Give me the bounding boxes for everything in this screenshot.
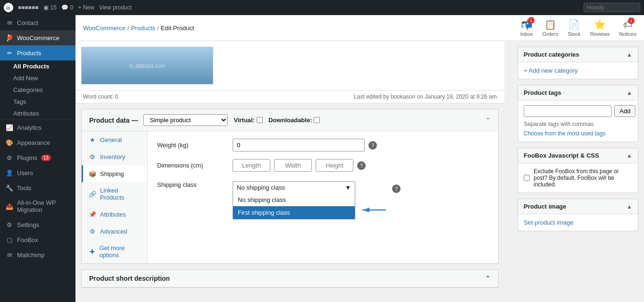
tags-collapse-icon[interactable]: ▲ <box>627 90 632 96</box>
set-product-image-link[interactable]: Set product image <box>524 219 574 226</box>
main-layout: ✉ Contact 🏓 WooCommerce ✏ Products All P… <box>0 15 644 302</box>
tab-general[interactable]: ★ General <box>82 131 147 148</box>
product-image-preview: m.alibaba.com <box>81 47 213 84</box>
inbox-badge: 1 <box>528 17 535 24</box>
product-tags-header: Product tags ▲ <box>518 85 638 101</box>
sidebar-item-settings[interactable]: ⚙ Settings <box>0 217 75 232</box>
sidebar-item-tools[interactable]: 🔧 Tools <box>0 180 75 195</box>
shipping-class-select[interactable]: No shipping class ▼ <box>233 181 355 193</box>
categories-collapse-icon[interactable]: ▲ <box>627 51 632 58</box>
virtual-checkbox[interactable] <box>257 117 263 123</box>
weight-input[interactable] <box>233 139 365 151</box>
sidebar-item-contact[interactable]: ✉ Contact <box>0 15 75 30</box>
weight-help-icon[interactable]: ? <box>368 141 377 150</box>
top-bar-search[interactable] <box>584 3 640 12</box>
sidebar-item-foobox[interactable]: ▢ FooBox <box>0 232 75 247</box>
product-categories-body: + Add new category <box>518 62 638 79</box>
tab-linked-products[interactable]: 🔗 Linked Products <box>82 182 147 206</box>
sidebar-item-products[interactable]: ✏ Products <box>0 45 75 60</box>
right-col: Product categories ▲ + Add new category … <box>512 41 644 302</box>
collapse-product-data[interactable]: ⌃ <box>485 117 491 124</box>
woo-icon-stock[interactable]: 📄 Stock <box>568 19 581 37</box>
contact-icon: ✉ <box>6 19 13 26</box>
woo-icon-inbox[interactable]: 📬 1 Inbox <box>520 19 533 37</box>
woo-icon-reviews[interactable]: ⭐ Reviews <box>590 19 610 37</box>
width-input[interactable] <box>274 159 312 172</box>
product-image-collapse-icon[interactable]: ▲ <box>627 203 632 210</box>
shipping-class-chevron: ▼ <box>345 184 351 191</box>
woo-icon-orders[interactable]: 📋 Orders <box>543 19 559 37</box>
sidebar-item-migration[interactable]: 📤 All-in-One WP Migration <box>0 195 75 217</box>
appearance-icon: 🎨 <box>6 139 13 146</box>
sidebar-item-attributes[interactable]: Attributes <box>13 108 75 119</box>
foobox-checkbox[interactable] <box>524 168 530 188</box>
woo-icon-notices[interactable]: 🏷 1 Notices <box>619 19 636 37</box>
product-image-body: Set product image <box>518 214 638 231</box>
foobox-icon: ▢ <box>6 236 13 243</box>
sidebar-item-analytics[interactable]: 📈 Analytics <box>0 120 75 135</box>
reviews-icon: ⭐ <box>594 19 606 30</box>
dimensions-field: ? <box>233 159 489 172</box>
wordpress-logo[interactable]: W <box>4 3 13 12</box>
breadcrumb-products[interactable]: Products <box>131 25 155 32</box>
dimensions-help-icon[interactable]: ? <box>357 161 366 170</box>
tab-content-shipping: Weight (kg) ? Dimensions (cm) <box>148 131 498 263</box>
tags-add-button[interactable]: Add <box>614 105 636 117</box>
dropdown-item-no-class[interactable]: No shipping class <box>233 193 355 206</box>
settings-icon: ⚙ <box>6 221 13 228</box>
new-link[interactable]: + New <box>78 4 94 11</box>
sidebar-item-woocommerce[interactable]: 🏓 WooCommerce <box>0 30 75 45</box>
sidebar-item-plugins[interactable]: ⚙ Plugins 13 <box>0 150 75 165</box>
collapse-short-desc[interactable]: ⌃ <box>485 275 491 282</box>
sidebar-item-all-products[interactable]: All Products <box>13 60 75 72</box>
shipping-class-help-icon[interactable]: ? <box>392 185 401 193</box>
comments-icon: 💬 <box>61 4 68 11</box>
tab-attributes[interactable]: 📌 Attributes <box>82 206 147 223</box>
woo-topbar: WooCommerce / Products / Edit Product 📬 … <box>75 15 644 41</box>
word-count: Word count: 0 <box>83 93 118 100</box>
tab-advanced[interactable]: ⚙ Advanced <box>82 223 147 240</box>
product-tags-body: Add Separate tags with commas Choose fro… <box>518 101 638 142</box>
svg-text:W: W <box>6 6 10 10</box>
tags-choose-link[interactable]: Choose from the most used tags <box>524 130 605 137</box>
sidebar-item-mailchimp[interactable]: ✉ Mailchimp <box>0 247 75 262</box>
center-col: m.alibaba.com Word count: 0 Last edited … <box>75 41 504 302</box>
dropdown-item-first-class[interactable]: First shipping class <box>233 206 355 219</box>
height-input[interactable] <box>316 159 353 172</box>
comments-link[interactable]: 💬 0 <box>61 4 74 11</box>
sidebar-item-tags[interactable]: Tags <box>13 96 75 108</box>
tags-input[interactable] <box>524 105 611 117</box>
dimensions-label: Dimensions (cm) <box>157 162 233 169</box>
woo-icons: 📬 1 Inbox 📋 Orders 📄 Stock ⭐ <box>520 19 636 37</box>
general-icon: ★ <box>89 136 96 143</box>
plugins-badge: 13 <box>41 155 51 161</box>
tags-hint: Separate tags with commas <box>524 121 632 127</box>
length-input[interactable] <box>233 159 270 172</box>
weight-field: ? <box>233 139 489 151</box>
sidebar-item-appearance[interactable]: 🎨 Appearance <box>0 135 75 150</box>
product-type-select[interactable]: Simple product Variable product Grouped … <box>143 114 228 126</box>
product-categories-panel: Product categories ▲ + Add new category <box>518 47 638 79</box>
downloadable-checkbox[interactable] <box>314 117 320 123</box>
view-product-link[interactable]: View product <box>99 4 132 11</box>
foobox-header: FooBox Javascript & CSS ▲ <box>518 148 638 163</box>
breadcrumb-woocommerce[interactable]: WooCommerce <box>83 25 125 32</box>
sidebar-item-users[interactable]: 👤 Users <box>0 165 75 180</box>
sidebar-item-add-new[interactable]: Add New <box>13 72 75 84</box>
sidebar-section-analytics: 📈 Analytics <box>0 119 75 135</box>
updates-link[interactable]: ▣ 15 <box>43 4 57 11</box>
top-bar-right <box>584 3 640 12</box>
shipping-class-dropdown: No shipping class First shipping class <box>233 193 355 219</box>
product-data-header-left: Product data — Simple product Variable p… <box>89 114 320 126</box>
add-category-link[interactable]: + Add new category <box>524 67 578 74</box>
shipping-class-field: No shipping class ▼ No shipping class Fi… <box>233 181 489 193</box>
users-icon: 👤 <box>6 169 13 176</box>
tab-inventory[interactable]: ⚙ Inventory <box>82 148 147 165</box>
tab-get-more[interactable]: ✚ Get more options <box>82 240 147 263</box>
foobox-collapse-icon[interactable]: ▲ <box>627 152 632 159</box>
attributes-icon: 📌 <box>89 210 96 218</box>
tab-shipping[interactable]: 📦 Shipping <box>82 165 147 182</box>
arrow-indicator <box>360 203 388 218</box>
sidebar-item-categories[interactable]: Categories <box>13 84 75 96</box>
link-icon: 🔗 <box>89 190 96 198</box>
